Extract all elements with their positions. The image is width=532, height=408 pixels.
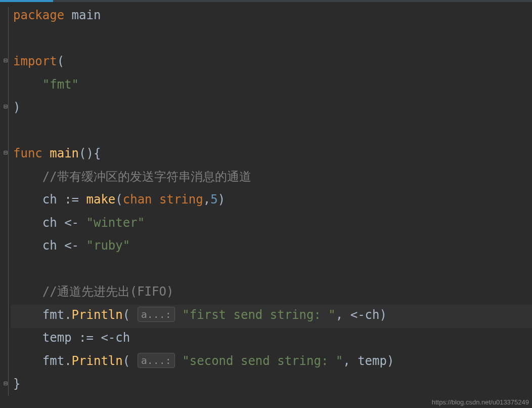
paren-open: ( bbox=[115, 192, 122, 207]
var-temp: temp bbox=[358, 354, 387, 368]
paren-close: ) bbox=[380, 308, 387, 322]
paren-close: ) bbox=[218, 192, 225, 207]
paren-open: ( bbox=[123, 354, 130, 368]
func-main: main bbox=[50, 146, 79, 160]
var-ch: ch bbox=[42, 238, 57, 253]
paren-open: ( bbox=[123, 308, 130, 322]
param-hint: a...: bbox=[138, 353, 175, 368]
param-hint: a...: bbox=[138, 307, 175, 322]
string-literal: "ruby" bbox=[86, 238, 130, 253]
watermark: https://blog.csdn.net/u013375249 bbox=[432, 398, 529, 406]
keyword-string: string bbox=[159, 192, 203, 207]
brace-open: { bbox=[94, 146, 101, 160]
func-println: Println bbox=[72, 354, 123, 368]
pkg-fmt: fmt bbox=[42, 354, 64, 368]
package-name: main bbox=[72, 8, 101, 22]
keyword-func: func bbox=[13, 146, 42, 160]
keyword-package: package bbox=[13, 8, 64, 22]
comma: , bbox=[203, 192, 210, 207]
string-literal: "winter" bbox=[86, 216, 145, 230]
dot: . bbox=[64, 354, 71, 368]
var-ch: ch bbox=[115, 331, 130, 345]
op-assign: := bbox=[64, 192, 79, 207]
op-arrow: <- bbox=[64, 238, 79, 253]
comment: //通道先进先出(FIFO) bbox=[42, 284, 174, 299]
paren-close: ) bbox=[13, 100, 20, 114]
number: 5 bbox=[210, 192, 217, 207]
keyword-chan: chan bbox=[123, 192, 152, 207]
dot: . bbox=[64, 308, 71, 322]
var-temp: temp bbox=[42, 331, 72, 345]
comma: , bbox=[343, 354, 350, 368]
op-arrow: <- bbox=[101, 331, 115, 345]
func-println: Println bbox=[72, 308, 123, 322]
string-literal: "first send string: " bbox=[182, 308, 335, 322]
comment: //带有缓冲区的发送字符串消息的通道 bbox=[42, 170, 251, 184]
string-literal: "second send string: " bbox=[182, 354, 343, 368]
paren-close: ) bbox=[387, 354, 394, 368]
brace-close: } bbox=[13, 377, 20, 391]
pkg-fmt: fmt bbox=[42, 308, 64, 322]
paren-open: ( bbox=[57, 54, 64, 68]
op-assign: := bbox=[79, 331, 94, 345]
import-string: "fmt" bbox=[42, 77, 79, 92]
keyword-import: import bbox=[13, 54, 57, 68]
builtin-make: make bbox=[86, 192, 116, 207]
op-arrow: <- bbox=[350, 308, 365, 322]
parens: () bbox=[79, 146, 94, 160]
comma: , bbox=[336, 308, 343, 322]
op-arrow: <- bbox=[64, 216, 79, 230]
var-ch: ch bbox=[42, 216, 57, 230]
code-editor[interactable]: ⊟ ⊟ ⊟ ⊟ package main import( "fmt" ) fun… bbox=[0, 2, 532, 396]
code-block[interactable]: package main import( "fmt" ) func main()… bbox=[0, 4, 532, 396]
var-ch: ch bbox=[365, 308, 380, 322]
var-ch: ch bbox=[42, 192, 57, 207]
